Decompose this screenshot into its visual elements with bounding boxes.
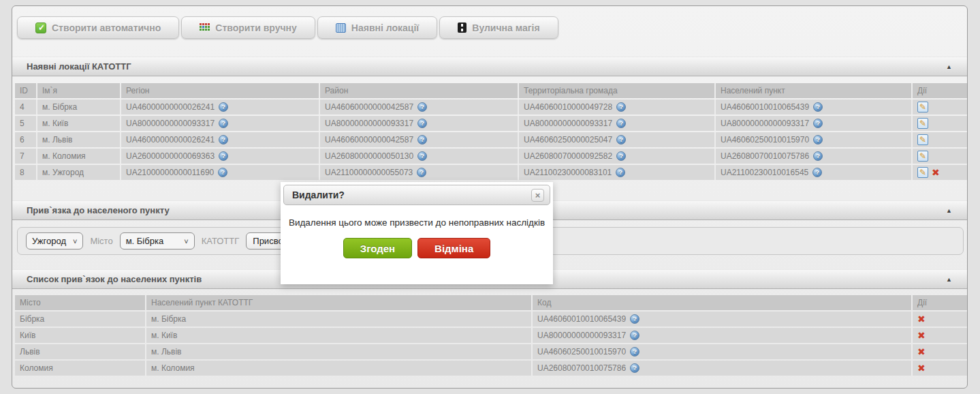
cancel-button[interactable]: Відміна: [417, 238, 490, 258]
cell-actions: ✖: [913, 312, 967, 327]
help-icon[interactable]: ?: [417, 151, 427, 161]
cell-settlement: UA80000000000093317?: [716, 116, 913, 131]
chevron-down-icon: ˅: [184, 237, 188, 245]
delete-icon[interactable]: ✖: [917, 363, 926, 373]
section-locations-header[interactable]: Наявні локації КАТОТТГ ▲: [12, 57, 967, 76]
edit-icon[interactable]: ✎: [917, 134, 928, 145]
help-icon[interactable]: ?: [616, 102, 626, 112]
settlement-select[interactable]: м. Бібрка ˅: [120, 232, 195, 249]
help-icon[interactable]: ?: [219, 151, 228, 161]
city-select-value: Ужгород: [32, 236, 66, 246]
help-icon[interactable]: ?: [813, 119, 823, 128]
edit-icon[interactable]: ✎: [917, 167, 928, 178]
city-label: Місто: [90, 236, 112, 246]
create-auto-button[interactable]: Створити автоматично: [17, 16, 179, 39]
street-magic-button[interactable]: Вулична магія: [439, 16, 558, 39]
help-icon[interactable]: ?: [218, 168, 227, 177]
col-header-district: Район: [320, 83, 519, 98]
cell-region: UA80000000000093317?: [121, 116, 320, 131]
katottg-code: UA46060010010065439: [537, 314, 626, 324]
triangle-up-icon[interactable]: ▲: [946, 207, 952, 214]
edit-icon[interactable]: ✎: [917, 151, 928, 162]
cell-district: UA26080000000050130?: [320, 149, 519, 164]
katottg-code: UA46060250010015970: [537, 347, 626, 357]
cell-district: UA46060000000042587?: [320, 100, 519, 115]
create-manual-button[interactable]: Створити вручну: [181, 16, 315, 39]
help-icon[interactable]: ?: [219, 102, 228, 112]
table-row: 6 м. Львів UA46000000000026241? UA460600…: [15, 132, 967, 149]
cell-code: UA26080070010075786?: [533, 361, 913, 376]
help-icon[interactable]: ?: [219, 135, 228, 145]
help-icon[interactable]: ?: [630, 363, 639, 373]
help-icon[interactable]: ?: [417, 119, 427, 128]
help-icon[interactable]: ?: [417, 135, 427, 145]
green-check-icon: [35, 22, 46, 33]
table-row: Львів м. Львів UA46060250010015970? ✖: [15, 344, 967, 361]
cell-region: UA26000000000069363?: [121, 149, 320, 164]
help-icon[interactable]: ?: [630, 314, 639, 324]
confirm-button[interactable]: Згоден: [343, 238, 412, 258]
close-icon[interactable]: ×: [531, 189, 544, 202]
triangle-up-icon[interactable]: ▲: [946, 63, 952, 70]
help-icon[interactable]: ?: [630, 331, 639, 340]
cell-settlement: UA46060010010065439?: [716, 100, 913, 115]
delete-icon[interactable]: ✖: [917, 331, 926, 340]
cell-code: UA80000000000093317?: [533, 328, 913, 343]
cell-actions: ✎: [913, 149, 967, 164]
help-icon[interactable]: ?: [812, 168, 822, 177]
help-icon[interactable]: ?: [616, 151, 626, 161]
triangle-up-icon[interactable]: ▲: [946, 276, 952, 283]
cell-community: UA26080070000092582?: [519, 149, 716, 164]
help-icon[interactable]: ?: [813, 151, 823, 161]
cell-actions: ✖: [913, 344, 967, 359]
help-icon[interactable]: ?: [630, 347, 639, 357]
chevron-down-icon: ˅: [73, 237, 77, 245]
dialog-titlebar[interactable]: Видалити? ×: [283, 185, 550, 205]
col-header-actions: Дії: [913, 295, 967, 310]
existing-locations-label: Наявні локації: [351, 22, 419, 33]
cell-city: Бібрка: [15, 312, 146, 327]
section-binding-title: Прив`язка до населеного пункту: [27, 205, 170, 215]
help-icon[interactable]: ?: [417, 102, 427, 112]
edit-icon[interactable]: ✎: [917, 102, 928, 112]
delete-icon[interactable]: ✖: [932, 168, 940, 177]
cell-community: UA21100230000083101?: [519, 165, 716, 180]
region-code: UA21000000000011690: [126, 168, 214, 177]
community-code: UA46060250000025047: [524, 135, 612, 145]
katottg-label: КАТОТТГ: [202, 236, 240, 246]
existing-locations-button[interactable]: Наявні локації: [317, 16, 437, 39]
district-code: UA46060000000042587: [325, 135, 413, 145]
help-icon[interactable]: ?: [616, 135, 626, 145]
col-header-settlement-katottg: Населений пункт КАТОТТГ: [146, 295, 533, 310]
help-icon[interactable]: ?: [616, 168, 625, 177]
cell-settlement: м. Київ: [146, 328, 533, 343]
col-header-actions: Дії: [913, 83, 967, 98]
cell-actions: ✎: [913, 132, 967, 147]
settlement-code: UA80000000000093317: [721, 119, 809, 128]
create-auto-label: Створити автоматично: [52, 22, 161, 33]
cell-name: м. Київ: [37, 116, 121, 131]
col-header-name: Ім`я: [37, 83, 121, 98]
delete-icon[interactable]: ✖: [917, 347, 926, 357]
delete-icon[interactable]: ✖: [917, 314, 926, 324]
help-icon[interactable]: ?: [616, 119, 626, 128]
district-code: UA46060000000042587: [325, 102, 413, 112]
cell-region: UA21000000000011690?: [121, 165, 320, 180]
create-manual-label: Створити вручну: [215, 22, 297, 33]
edit-icon[interactable]: ✎: [917, 118, 928, 129]
cell-city: Коломия: [15, 361, 146, 376]
help-icon[interactable]: ?: [417, 168, 426, 177]
street-magic-label: Вулична магія: [472, 22, 539, 33]
community-code: UA21100230000083101: [524, 168, 612, 177]
district-code: UA21100000000055073: [325, 168, 413, 177]
help-icon[interactable]: ?: [813, 102, 823, 112]
cancel-button-label: Відміна: [434, 243, 473, 254]
help-icon[interactable]: ?: [219, 119, 228, 128]
cell-actions: ✎: [913, 100, 967, 115]
table-row: 8 м. Ужгород UA21000000000011690? UA2110…: [15, 165, 967, 181]
cell-code: UA46060250010015970?: [533, 344, 913, 359]
city-select[interactable]: Ужгород ˅: [26, 232, 83, 249]
col-header-settlement: Населений пункт: [716, 83, 913, 98]
help-icon[interactable]: ?: [813, 135, 823, 145]
col-header-id: ID: [15, 83, 37, 98]
